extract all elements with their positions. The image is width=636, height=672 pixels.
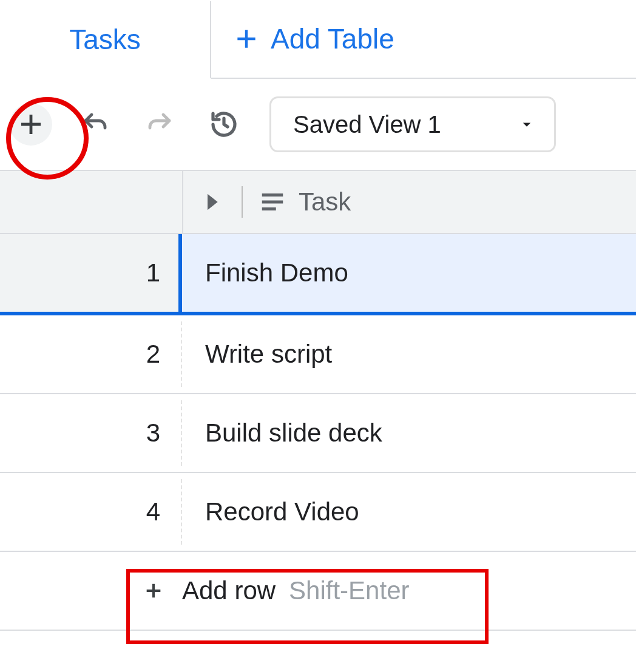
plus-icon <box>143 580 164 601</box>
table-row[interactable]: 4 Record Video <box>0 473 636 552</box>
text-column-icon <box>259 188 286 216</box>
task-table: Task 1 Finish Demo 2 Write script 3 Buil… <box>0 171 636 631</box>
redo-button[interactable] <box>138 103 181 146</box>
plus-icon <box>233 25 260 52</box>
row-number-header[interactable] <box>0 171 183 233</box>
row-number[interactable]: 2 <box>0 315 182 393</box>
toolbar: Saved View 1 <box>0 79 636 171</box>
history-icon <box>209 110 238 139</box>
table-row[interactable]: 3 Build slide deck <box>0 394 636 473</box>
cell-task[interactable]: Finish Demo <box>182 234 636 312</box>
add-row-button[interactable]: Add row Shift-Enter <box>0 552 636 631</box>
add-row-toolbar-button[interactable] <box>10 103 52 146</box>
add-row-shortcut-hint: Shift-Enter <box>289 576 409 605</box>
plus-icon <box>16 110 46 139</box>
table-row[interactable]: 1 Finish Demo <box>0 234 636 315</box>
add-table-button[interactable]: Add Table <box>211 0 416 78</box>
column-header-label: Task <box>299 187 351 217</box>
tab-tasks[interactable]: Tasks <box>0 1 211 79</box>
table-header-row: Task <box>0 171 636 234</box>
history-button[interactable] <box>203 103 245 146</box>
row-number[interactable]: 1 <box>0 234 182 312</box>
add-table-label: Add Table <box>271 22 394 55</box>
undo-button[interactable] <box>74 103 117 146</box>
cell-task[interactable]: Write script <box>182 315 636 393</box>
cell-task[interactable]: Build slide deck <box>182 394 636 472</box>
separator <box>242 186 243 218</box>
add-row-label: Add row <box>182 576 276 605</box>
view-selector-label: Saved View 1 <box>293 111 441 138</box>
table-row[interactable]: 2 Write script <box>0 315 636 394</box>
redo-icon <box>145 110 174 139</box>
chevron-right-icon <box>201 190 226 214</box>
column-header-task[interactable]: Task <box>183 171 636 233</box>
view-selector[interactable]: Saved View 1 <box>269 96 556 152</box>
undo-icon <box>81 110 110 139</box>
cell-task[interactable]: Record Video <box>182 473 636 551</box>
row-number[interactable]: 3 <box>0 394 182 472</box>
chevron-down-icon <box>518 115 536 133</box>
tabs-bar: Tasks Add Table <box>0 0 636 79</box>
row-number[interactable]: 4 <box>0 473 182 551</box>
